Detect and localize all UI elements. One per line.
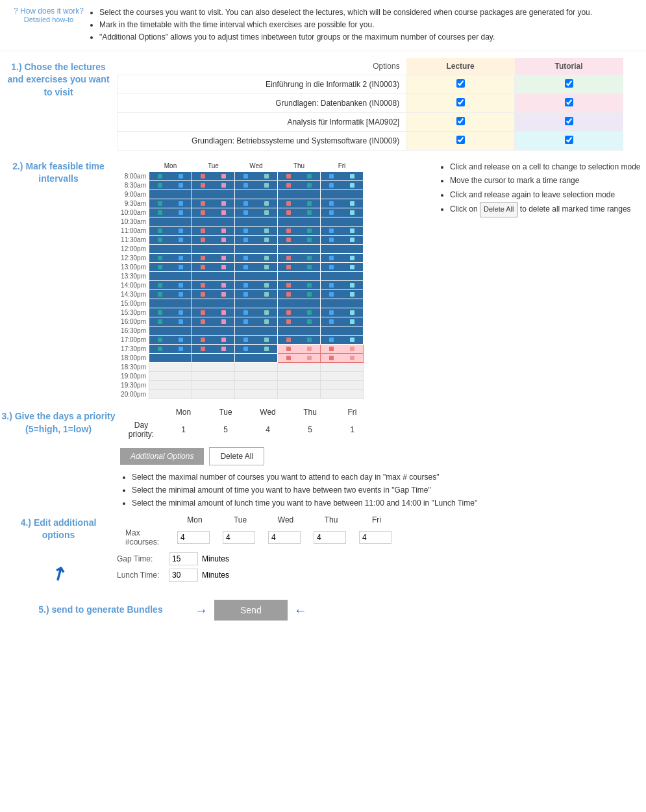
timetable-cell[interactable] <box>149 280 192 289</box>
timetable-cell[interactable] <box>235 190 278 199</box>
timetable-cell[interactable] <box>192 226 235 235</box>
timetable-cell[interactable] <box>149 271 192 280</box>
timetable-cell[interactable] <box>235 371 278 380</box>
timetable-cell[interactable] <box>149 335 192 344</box>
timetable-cell[interactable] <box>278 280 321 289</box>
timetable-cell[interactable] <box>149 208 192 217</box>
timetable-cell[interactable] <box>278 389 321 399</box>
timetable-cell[interactable] <box>235 353 278 362</box>
timetable-cell[interactable] <box>192 308 235 317</box>
timetable-cell[interactable] <box>149 380 192 389</box>
timetable-cell[interactable] <box>278 335 321 344</box>
timetable-cell[interactable] <box>149 199 192 208</box>
timetable-cell[interactable] <box>321 380 364 389</box>
timetable-cell[interactable] <box>321 335 364 344</box>
timetable-cell[interactable] <box>192 235 235 244</box>
timetable-cell[interactable] <box>278 171 321 180</box>
timetable-cell[interactable] <box>278 208 321 217</box>
tutorial-checkbox-cell[interactable] <box>515 93 623 112</box>
table-row[interactable]: 14:00pm <box>117 280 364 289</box>
timetable-cell[interactable] <box>192 389 235 399</box>
max-courses-input[interactable] <box>177 531 210 544</box>
timetable-cell[interactable] <box>192 317 235 326</box>
lunch-time-input[interactable] <box>169 569 198 582</box>
timetable-cell[interactable] <box>192 199 235 208</box>
tutorial-checkbox-cell[interactable] <box>515 131 623 150</box>
table-row[interactable]: 10:00am <box>117 208 364 217</box>
timetable-cell[interactable] <box>192 190 235 199</box>
lecture-checkbox-cell[interactable] <box>406 112 515 131</box>
timetable-cell[interactable] <box>321 253 364 262</box>
timetable-cell[interactable] <box>321 317 364 326</box>
timetable-cell[interactable] <box>321 308 364 317</box>
timetable-cell[interactable] <box>149 180 192 190</box>
lecture-checkbox-cell[interactable] <box>406 75 515 93</box>
timetable-cell[interactable] <box>192 353 235 362</box>
timetable-cell[interactable] <box>192 326 235 335</box>
table-row[interactable]: 8:00am <box>117 171 364 180</box>
timetable-cell[interactable] <box>278 244 321 253</box>
timetable-cell[interactable] <box>235 244 278 253</box>
timetable-cell[interactable] <box>235 226 278 235</box>
timetable-cell[interactable] <box>235 380 278 389</box>
timetable-cell[interactable] <box>149 190 192 199</box>
max-courses-cell[interactable] <box>263 526 308 548</box>
timetable-cell[interactable] <box>192 380 235 389</box>
timetable-cell[interactable] <box>235 208 278 217</box>
timetable-cell[interactable] <box>149 371 192 380</box>
timetable-cell[interactable] <box>321 371 364 380</box>
timetable-cell[interactable] <box>149 262 192 271</box>
gap-time-input[interactable] <box>169 552 198 565</box>
timetable-cell[interactable] <box>321 199 364 208</box>
timetable-cell[interactable] <box>149 389 192 399</box>
timetable-cell[interactable] <box>235 362 278 371</box>
timetable-cell[interactable] <box>278 353 321 362</box>
tutorial-checkbox[interactable] <box>565 136 573 144</box>
timetable-cell[interactable] <box>278 326 321 335</box>
timetable-cell[interactable] <box>278 371 321 380</box>
table-row[interactable]: 9:30am <box>117 199 364 208</box>
timetable-cell[interactable] <box>235 280 278 289</box>
max-courses-cell[interactable] <box>217 526 263 548</box>
send-button[interactable]: Send <box>214 600 288 621</box>
timetable-cell[interactable] <box>149 353 192 362</box>
timetable-cell[interactable] <box>278 235 321 244</box>
timetable-cell[interactable] <box>235 262 278 271</box>
max-courses-cell[interactable] <box>354 526 399 548</box>
timetable-cell[interactable] <box>321 344 364 353</box>
table-row[interactable]: 12:30pm <box>117 253 364 262</box>
timetable-cell[interactable] <box>321 271 364 280</box>
timetable-cell[interactable] <box>278 217 321 226</box>
timetable-cell[interactable] <box>278 289 321 299</box>
how-label[interactable]: ? How does it work? <box>10 6 88 16</box>
table-row[interactable]: 15:00pm <box>117 299 364 308</box>
table-row[interactable]: 8:30am <box>117 180 364 190</box>
timetable-cell[interactable] <box>235 299 278 308</box>
table-row[interactable]: 19:30pm <box>117 380 364 389</box>
timetable-cell[interactable] <box>321 190 364 199</box>
timetable-cell[interactable] <box>235 235 278 244</box>
timetable-cell[interactable] <box>192 244 235 253</box>
table-row[interactable]: 14:30pm <box>117 289 364 299</box>
timetable-cell[interactable] <box>321 262 364 271</box>
timetable-cell[interactable] <box>278 253 321 262</box>
lecture-checkbox-cell[interactable] <box>406 131 515 150</box>
timetable-cell[interactable] <box>235 317 278 326</box>
lecture-checkbox[interactable] <box>456 136 465 144</box>
timetable-cell[interactable] <box>149 362 192 371</box>
additional-options-button[interactable]: Additional Options <box>120 448 204 465</box>
timetable-cell[interactable] <box>235 171 278 180</box>
timetable-cell[interactable] <box>235 271 278 280</box>
timetable-cell[interactable] <box>192 253 235 262</box>
timetable-cell[interactable] <box>192 299 235 308</box>
timetable-cell[interactable] <box>321 226 364 235</box>
timetable-cell[interactable] <box>321 244 364 253</box>
table-row[interactable]: 16:00pm <box>117 317 364 326</box>
detailed-link[interactable]: Detailed how-to <box>10 16 88 23</box>
table-row[interactable]: 11:30am <box>117 235 364 244</box>
timetable-cell[interactable] <box>149 326 192 335</box>
max-courses-input[interactable] <box>359 531 391 544</box>
timetable-cell[interactable] <box>235 217 278 226</box>
timetable-cell[interactable] <box>235 289 278 299</box>
timetable-cell[interactable] <box>192 289 235 299</box>
